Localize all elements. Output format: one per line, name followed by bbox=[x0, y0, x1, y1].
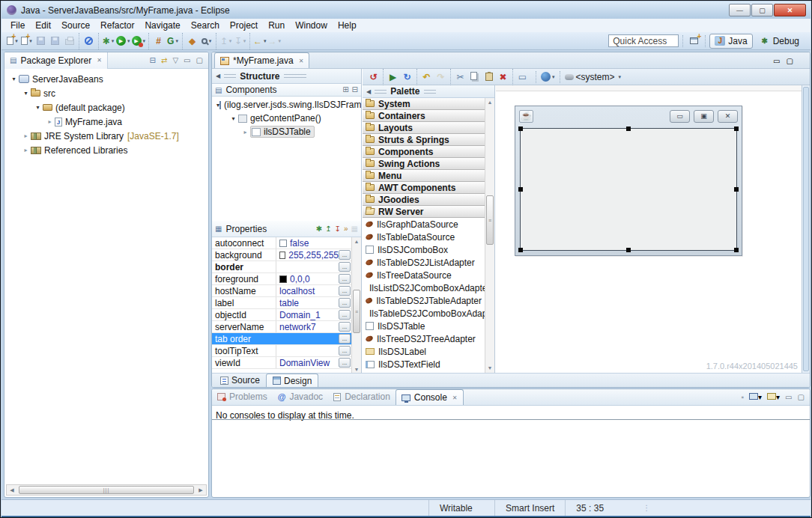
test-window-button[interactable]: ▶ bbox=[386, 70, 400, 85]
vertical-scrollbar[interactable]: ▲ ≡ ▼ bbox=[485, 98, 494, 373]
property-row-toolTipText[interactable]: toolTipText... bbox=[212, 345, 361, 357]
palette-item[interactable]: IlsTableDS2JComboBoxAdapter bbox=[363, 307, 485, 320]
palette-item[interactable]: IlsGraphDataSource bbox=[363, 218, 485, 231]
scroll-up-icon[interactable]: ▲ bbox=[485, 98, 494, 107]
collapse-all-button[interactable]: ⊟ bbox=[150, 57, 156, 64]
save-all-button[interactable] bbox=[48, 34, 62, 49]
tab-console[interactable]: Console✕ bbox=[396, 389, 464, 405]
property-row-objectId[interactable]: objectIdDomain_1... bbox=[212, 309, 361, 321]
package-explorer-tab[interactable]: ▤ Package Explorer ✕ bbox=[4, 52, 108, 69]
scrollbar-thumb[interactable]: ≡ bbox=[353, 290, 360, 333]
twisty-expanded-icon[interactable]: ▾ bbox=[9, 76, 19, 82]
palette-category-layouts[interactable]: Layouts bbox=[363, 122, 494, 134]
save-button[interactable] bbox=[34, 34, 48, 49]
last-edit-location-button[interactable]: ↥▾ bbox=[219, 34, 233, 49]
tab-problems[interactable]: Problems bbox=[212, 388, 273, 405]
minimize-button[interactable]: ▭ bbox=[785, 394, 792, 401]
property-editor-button[interactable]: ... bbox=[339, 334, 351, 344]
open-type-button[interactable]: ◆ bbox=[185, 34, 199, 49]
scroll-left-icon[interactable]: ◀ bbox=[7, 487, 17, 493]
design-canvas[interactable]: ☕ ▭▣✕ bbox=[496, 85, 810, 373]
debug-button[interactable]: ✱▾ bbox=[101, 34, 115, 49]
package-explorer-tree-item[interactable]: ▸JMyFrame.java bbox=[4, 115, 208, 129]
scrollbar-thumb[interactable] bbox=[803, 87, 809, 371]
palette-category-menu[interactable]: Menu bbox=[363, 170, 494, 182]
menu-refactor[interactable]: Refactor bbox=[95, 19, 139, 31]
perspective-java-button[interactable]: JJava bbox=[709, 34, 752, 49]
horizontal-scrollbar[interactable]: ◀ ||| ▶ bbox=[6, 484, 207, 496]
window-maximize-button[interactable]: ▢ bbox=[751, 4, 773, 16]
tab-design[interactable]: Design bbox=[266, 374, 318, 387]
maximize-button[interactable]: ▢ bbox=[798, 394, 805, 401]
link-with-editor-button[interactable]: ⇄ bbox=[161, 57, 167, 64]
tab-source[interactable]: Source bbox=[214, 374, 266, 387]
quick-access-input[interactable]: Quick Access bbox=[608, 34, 679, 47]
property-row-foreground[interactable]: foreground0,0,0... bbox=[212, 273, 361, 285]
editor-minimize-button[interactable]: ▭ bbox=[773, 58, 780, 65]
maximize-button[interactable]: ▢ bbox=[196, 57, 203, 64]
forward-button[interactable]: →▾ bbox=[267, 34, 282, 49]
structure-header[interactable]: ◀ Structure bbox=[212, 69, 361, 84]
pin-console-button[interactable]: ▪ bbox=[741, 394, 744, 401]
property-value[interactable]: DomainView bbox=[276, 358, 339, 368]
property-editor-button[interactable]: ... bbox=[339, 298, 351, 308]
menu-help[interactable]: Help bbox=[333, 19, 362, 31]
tab-javadoc[interactable]: @Javadoc bbox=[273, 388, 328, 405]
editor-tab-myframe[interactable]: *MyFrame.java ✕ bbox=[214, 52, 309, 68]
view-menu-button[interactable]: ▽ bbox=[172, 57, 178, 64]
new-wizard-button[interactable]: ▾ bbox=[5, 34, 19, 49]
restore-defaults-button[interactable]: ▦ bbox=[351, 225, 358, 233]
property-editor-button[interactable]: ... bbox=[339, 310, 351, 320]
palette-item[interactable]: IlsTableDS2JListAdapter bbox=[363, 256, 485, 269]
component-tree-item[interactable]: ▾getContentPane() bbox=[212, 112, 361, 125]
property-editor-button[interactable]: ... bbox=[339, 274, 351, 284]
reload-design-button[interactable]: ↺ bbox=[366, 70, 381, 85]
frame-preview[interactable]: ☕ ▭▣✕ bbox=[515, 106, 742, 256]
tab-declaration[interactable]: Declaration bbox=[328, 388, 396, 405]
print-button[interactable] bbox=[62, 34, 76, 49]
property-row-serverName[interactable]: serverNamenetwork7... bbox=[212, 321, 361, 333]
component-tree-item[interactable]: ▾(ilog.server.jsds.swing.IlsDSJFrame) bbox=[212, 98, 361, 112]
palette-category-swing-actions[interactable]: Swing Actions bbox=[363, 158, 494, 170]
window-close-button[interactable]: ✕ bbox=[774, 4, 806, 16]
look-and-feel-selector[interactable]: <system> ▾ bbox=[564, 70, 622, 85]
selection-handle[interactable] bbox=[626, 127, 631, 131]
display-selected-console-button[interactable]: ▾ bbox=[749, 393, 762, 401]
preview-content-pane[interactable] bbox=[520, 128, 737, 251]
twisty-collapsed-icon[interactable]: ▸ bbox=[21, 132, 31, 139]
package-explorer-tree-item[interactable]: ▸JRE System Library[JavaSE-1.7] bbox=[4, 129, 208, 143]
scrollbar-thumb[interactable]: ≡ bbox=[486, 195, 494, 245]
goto-source-button[interactable]: » bbox=[344, 225, 348, 233]
undo-button[interactable]: ↶ bbox=[419, 70, 434, 85]
property-row-label[interactable]: labeltable... bbox=[212, 297, 361, 309]
minimize-button[interactable]: ▭ bbox=[184, 57, 190, 64]
redo-button[interactable]: ↷ bbox=[434, 70, 448, 85]
property-editor-button[interactable]: ... bbox=[339, 358, 351, 368]
property-editor-button[interactable]: ... bbox=[339, 322, 351, 332]
menu-project[interactable]: Project bbox=[225, 19, 263, 31]
property-row-autoconnect[interactable]: autoconnectfalse bbox=[212, 237, 361, 249]
copy-button[interactable] bbox=[467, 70, 482, 85]
palette-item[interactable]: IlsListDS2JComboBoxAdapter bbox=[363, 281, 485, 294]
property-row-border[interactable]: border... bbox=[212, 261, 361, 273]
close-icon[interactable]: ✕ bbox=[299, 58, 304, 64]
cut-button[interactable]: ✂ bbox=[453, 70, 467, 85]
palette-category-jgoodies[interactable]: JGoodies bbox=[363, 194, 494, 206]
selection-handle[interactable] bbox=[734, 248, 739, 252]
new-java-project-button[interactable]: ▾ bbox=[19, 34, 34, 49]
locale-button[interactable]: ▾ bbox=[540, 70, 556, 85]
menu-file[interactable]: File bbox=[5, 19, 30, 31]
selection-handle[interactable] bbox=[518, 187, 523, 192]
remove-event-handler-button[interactable]: ↧ bbox=[335, 225, 341, 233]
twisty-collapsed-icon[interactable]: ▸ bbox=[45, 118, 55, 125]
run-button[interactable]: ▶▾ bbox=[115, 34, 131, 49]
collapse-pane-icon[interactable]: ◀ bbox=[366, 88, 371, 95]
scrollbar-thumb[interactable]: ||| bbox=[19, 486, 194, 494]
property-value[interactable]: 255,255,255 bbox=[276, 250, 339, 260]
scroll-down-icon[interactable]: ▼ bbox=[485, 364, 494, 373]
palette-item[interactable]: IlsTreeDS2JTreeAdapter bbox=[363, 332, 485, 345]
palette-category-system[interactable]: System bbox=[363, 98, 494, 110]
add-event-handler-button[interactable]: ↥ bbox=[325, 225, 331, 233]
menu-navigate[interactable]: Navigate bbox=[139, 19, 185, 31]
choose-component-button[interactable]: ▭ bbox=[515, 70, 530, 85]
